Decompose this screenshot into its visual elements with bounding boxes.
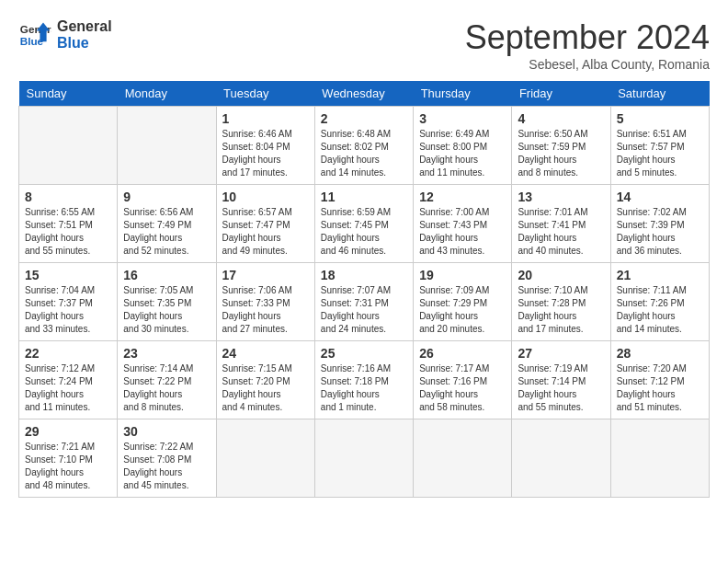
day-info: Sunrise: 7:09 AMSunset: 7:29 PMDaylight … <box>419 284 506 336</box>
day-number: 13 <box>518 190 604 204</box>
day-info: Sunrise: 7:05 AMSunset: 7:35 PMDaylight … <box>123 284 210 336</box>
day-info: Sunrise: 7:10 AMSunset: 7:28 PMDaylight … <box>518 284 604 336</box>
day-number: 29 <box>25 424 111 439</box>
calendar-cell: 11Sunrise: 6:59 AMSunset: 7:45 PMDayligh… <box>314 185 413 263</box>
calendar-cell: 25Sunrise: 7:16 AMSunset: 7:18 PMDayligh… <box>314 341 413 419</box>
weekday-header-sunday: Sunday <box>19 81 118 107</box>
calendar-cell: 10Sunrise: 6:57 AMSunset: 7:47 PMDayligh… <box>216 185 314 263</box>
calendar-week-2: 8Sunrise: 6:55 AMSunset: 7:51 PMDaylight… <box>19 185 710 263</box>
day-info: Sunrise: 7:17 AMSunset: 7:16 PMDaylight … <box>419 362 506 414</box>
day-info: Sunrise: 7:01 AMSunset: 7:41 PMDaylight … <box>518 206 604 258</box>
logo-text-general: General <box>57 18 112 35</box>
day-number: 1 <box>222 111 309 126</box>
calendar-cell <box>314 419 413 498</box>
calendar-week-5: 29Sunrise: 7:21 AMSunset: 7:10 PMDayligh… <box>19 419 710 498</box>
calendar-week-3: 15Sunrise: 7:04 AMSunset: 7:37 PMDayligh… <box>19 263 710 341</box>
day-number: 2 <box>321 111 407 126</box>
day-info: Sunrise: 6:46 AMSunset: 8:04 PMDaylight … <box>222 128 309 179</box>
day-info: Sunrise: 7:20 AMSunset: 7:12 PMDaylight … <box>617 362 703 414</box>
day-number: 4 <box>518 111 604 126</box>
calendar-cell: 18Sunrise: 7:07 AMSunset: 7:31 PMDayligh… <box>314 263 413 341</box>
calendar-cell: 12Sunrise: 7:00 AMSunset: 7:43 PMDayligh… <box>414 185 512 263</box>
calendar-cell: 16Sunrise: 7:05 AMSunset: 7:35 PMDayligh… <box>118 263 216 341</box>
calendar-table: SundayMondayTuesdayWednesdayThursdayFrid… <box>18 81 710 498</box>
calendar-cell <box>414 419 512 498</box>
day-info: Sunrise: 6:55 AMSunset: 7:51 PMDaylight … <box>25 206 111 258</box>
day-number: 20 <box>518 268 604 282</box>
day-info: Sunrise: 7:16 AMSunset: 7:18 PMDaylight … <box>321 362 407 414</box>
calendar-title: September 2024 <box>465 18 710 57</box>
day-number: 18 <box>321 268 407 282</box>
calendar-cell: 22Sunrise: 7:12 AMSunset: 7:24 PMDayligh… <box>19 341 118 419</box>
day-number: 10 <box>222 190 309 204</box>
day-info: Sunrise: 7:02 AMSunset: 7:39 PMDaylight … <box>617 206 703 258</box>
day-info: Sunrise: 7:14 AMSunset: 7:22 PMDaylight … <box>123 362 210 414</box>
calendar-cell: 1Sunrise: 6:46 AMSunset: 8:04 PMDaylight… <box>216 107 314 185</box>
day-info: Sunrise: 7:04 AMSunset: 7:37 PMDaylight … <box>25 284 111 336</box>
day-number: 8 <box>25 190 111 204</box>
day-number: 12 <box>419 190 506 204</box>
day-number: 26 <box>419 346 506 361</box>
calendar-cell: 24Sunrise: 7:15 AMSunset: 7:20 PMDayligh… <box>216 341 314 419</box>
weekday-header-monday: Monday <box>118 81 216 107</box>
day-info: Sunrise: 6:50 AMSunset: 7:59 PMDaylight … <box>518 128 604 179</box>
calendar-cell <box>19 107 118 185</box>
day-info: Sunrise: 7:07 AMSunset: 7:31 PMDaylight … <box>321 284 407 336</box>
day-info: Sunrise: 6:59 AMSunset: 7:45 PMDaylight … <box>321 206 407 258</box>
calendar-cell <box>118 107 216 185</box>
calendar-cell <box>216 419 314 498</box>
calendar-cell: 26Sunrise: 7:17 AMSunset: 7:16 PMDayligh… <box>414 341 512 419</box>
day-number: 21 <box>617 268 703 282</box>
logo-icon: General Blue <box>18 18 51 52</box>
day-info: Sunrise: 7:21 AMSunset: 7:10 PMDaylight … <box>25 441 111 492</box>
calendar-cell: 15Sunrise: 7:04 AMSunset: 7:37 PMDayligh… <box>19 263 118 341</box>
logo: General Blue General Blue <box>18 18 112 52</box>
calendar-header: SundayMondayTuesdayWednesdayThursdayFrid… <box>19 81 710 107</box>
calendar-cell: 9Sunrise: 6:56 AMSunset: 7:49 PMDaylight… <box>118 185 216 263</box>
calendar-cell: 14Sunrise: 7:02 AMSunset: 7:39 PMDayligh… <box>610 185 709 263</box>
calendar-cell: 8Sunrise: 6:55 AMSunset: 7:51 PMDaylight… <box>19 185 118 263</box>
calendar-cell <box>610 419 709 498</box>
calendar-week-1: 1Sunrise: 6:46 AMSunset: 8:04 PMDaylight… <box>19 107 710 185</box>
calendar-cell: 28Sunrise: 7:20 AMSunset: 7:12 PMDayligh… <box>610 341 709 419</box>
day-info: Sunrise: 7:06 AMSunset: 7:33 PMDaylight … <box>222 284 309 336</box>
calendar-week-4: 22Sunrise: 7:12 AMSunset: 7:24 PMDayligh… <box>19 341 710 419</box>
calendar-cell: 21Sunrise: 7:11 AMSunset: 7:26 PMDayligh… <box>610 263 709 341</box>
weekday-header-saturday: Saturday <box>610 81 709 107</box>
day-number: 23 <box>123 346 210 361</box>
day-number: 3 <box>419 111 506 126</box>
day-number: 14 <box>617 190 703 204</box>
calendar-cell: 4Sunrise: 6:50 AMSunset: 7:59 PMDaylight… <box>512 107 610 185</box>
day-number: 30 <box>123 424 210 439</box>
day-number: 17 <box>222 268 309 282</box>
calendar-cell: 30Sunrise: 7:22 AMSunset: 7:08 PMDayligh… <box>118 419 216 498</box>
day-number: 22 <box>25 346 111 361</box>
day-number: 24 <box>222 346 309 361</box>
weekday-header-friday: Friday <box>512 81 610 107</box>
logo-text-blue: Blue <box>57 35 112 52</box>
day-info: Sunrise: 7:15 AMSunset: 7:20 PMDaylight … <box>222 362 309 414</box>
day-number: 15 <box>25 268 111 282</box>
calendar-cell: 17Sunrise: 7:06 AMSunset: 7:33 PMDayligh… <box>216 263 314 341</box>
day-number: 19 <box>419 268 506 282</box>
day-number: 28 <box>617 346 703 361</box>
calendar-cell: 20Sunrise: 7:10 AMSunset: 7:28 PMDayligh… <box>512 263 610 341</box>
day-info: Sunrise: 7:11 AMSunset: 7:26 PMDaylight … <box>617 284 703 336</box>
weekday-header-thursday: Thursday <box>414 81 512 107</box>
title-block: September 2024 Sebesel, Alba County, Rom… <box>465 18 710 72</box>
calendar-cell: 13Sunrise: 7:01 AMSunset: 7:41 PMDayligh… <box>512 185 610 263</box>
calendar-cell: 29Sunrise: 7:21 AMSunset: 7:10 PMDayligh… <box>19 419 118 498</box>
day-info: Sunrise: 7:22 AMSunset: 7:08 PMDaylight … <box>123 441 210 492</box>
calendar-cell: 19Sunrise: 7:09 AMSunset: 7:29 PMDayligh… <box>414 263 512 341</box>
day-info: Sunrise: 7:19 AMSunset: 7:14 PMDaylight … <box>518 362 604 414</box>
calendar-cell: 27Sunrise: 7:19 AMSunset: 7:14 PMDayligh… <box>512 341 610 419</box>
day-info: Sunrise: 6:57 AMSunset: 7:47 PMDaylight … <box>222 206 309 258</box>
day-info: Sunrise: 6:48 AMSunset: 8:02 PMDaylight … <box>321 128 407 179</box>
day-number: 25 <box>321 346 407 361</box>
day-number: 11 <box>321 190 407 204</box>
day-info: Sunrise: 7:12 AMSunset: 7:24 PMDaylight … <box>25 362 111 414</box>
calendar-subtitle: Sebesel, Alba County, Romania <box>465 57 710 72</box>
day-number: 9 <box>123 190 210 204</box>
weekday-header-wednesday: Wednesday <box>314 81 413 107</box>
calendar-cell: 3Sunrise: 6:49 AMSunset: 8:00 PMDaylight… <box>414 107 512 185</box>
